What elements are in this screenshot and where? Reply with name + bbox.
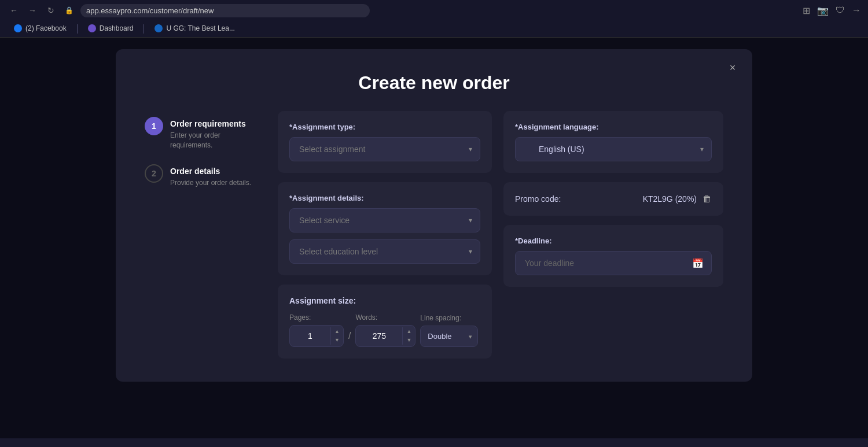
assignment-size-label: Assignment size: [289,296,480,305]
screenshot-icon[interactable]: 📷 [817,5,829,16]
step-1-subtitle: Enter your order requirements. [170,131,260,150]
assignment-type-select-wrapper: Select assignment [289,137,480,161]
service-select[interactable]: Select service [289,208,480,232]
browser-chrome: ← → ↻ 🔒 ⊞ 📷 🛡 → (2) Facebook Dashboard U… [0,0,868,38]
words-up-button[interactable]: ▲ [403,327,415,336]
form-left: *Assignment type: Select assignment *Ass… [278,111,492,359]
create-order-modal: × Create new order 1 Order requirements … [116,49,752,382]
promo-code-value: KT2L9G (20%) 🗑 [643,194,712,204]
step-2-number: 2 [152,169,156,178]
assignment-language-label: *Assignment language: [515,123,712,131]
assignment-type-label: *Assignment type: [289,123,480,131]
promo-code-section: Promo code: KT2L9G (20%) 🗑 [503,182,723,216]
line-spacing-field: Line spacing: Double Single 1.5 [420,314,478,347]
tab-divider-1 [77,24,78,34]
size-row: Pages: ▲ ▼ / [289,313,480,347]
step-1-number: 1 [152,121,156,131]
close-button[interactable]: × [724,60,741,76]
tab-dashboard[interactable]: Dashboard [81,21,141,37]
promo-code-text: KT2L9G (20%) [643,194,697,204]
deadline-input-wrapper: 📅 [515,251,712,275]
step-1-item: 1 Order requirements Enter your order re… [145,117,260,150]
refresh-button[interactable]: ↻ [44,3,58,17]
education-select[interactable]: Select education level [289,239,480,264]
words-field: Words: ▲ ▼ [355,313,415,347]
main-background: × Create new order 1 Order requirements … [0,38,868,438]
pages-down-button[interactable]: ▼ [331,336,343,345]
form-right: *Assignment language: 🇺🇸 English (US) En… [503,111,723,359]
tab-facebook-label: (2) Facebook [25,24,67,32]
service-select-wrapper: Select service [289,208,480,232]
words-label: Words: [355,313,415,322]
assignment-details-section: *Assignment details: Select service Sele… [278,182,492,275]
step-1-circle: 1 [145,117,163,135]
words-down-button[interactable]: ▼ [403,336,415,345]
browser-tabs: (2) Facebook Dashboard U GG: The Best Le… [0,21,868,37]
step-2-subtitle: Provide your order details. [170,178,251,188]
tab-ug-label: U GG: The Best Lea... [166,24,235,32]
promo-delete-button[interactable]: 🗑 [703,194,712,204]
tab-divider-2 [144,24,144,34]
step-2-info: Order details Provide your order details… [170,164,251,188]
deadline-label: *Deadline: [515,237,712,245]
assignment-language-section: *Assignment language: 🇺🇸 English (US) En… [503,111,723,173]
words-spinner: ▲ ▼ [402,327,415,345]
line-spacing-label: Line spacing: [420,314,478,322]
shield-icon[interactable]: 🛡 [836,5,845,16]
tab-ug[interactable]: U GG: The Best Lea... [148,21,242,37]
promo-row: Promo code: KT2L9G (20%) 🗑 [515,194,712,204]
address-bar[interactable] [80,4,370,17]
modal-overlay: × Create new order 1 Order requirements … [0,38,868,438]
step-1-title: Order requirements [170,119,260,128]
deadline-section: *Deadline: 📅 [503,225,723,287]
assignment-size-section: Assignment size: Pages: ▲ ▼ [278,285,492,359]
menu-icon[interactable]: → [852,5,861,16]
assignment-type-select[interactable]: Select assignment [289,137,480,161]
stepper: 1 Order requirements Enter your order re… [145,111,260,359]
modal-body: 1 Order requirements Enter your order re… [145,111,723,359]
facebook-tab-icon [14,24,22,32]
pages-field: Pages: ▲ ▼ [289,313,344,347]
step-1-info: Order requirements Enter your order requ… [170,117,260,150]
language-select-wrapper: 🇺🇸 English (US) English (UK) ▾ [515,137,712,161]
promo-code-label: Promo code: [515,194,561,204]
step-2-circle: 2 [145,164,163,183]
line-spacing-select-wrapper: Double Single 1.5 [420,326,478,347]
form-area: *Assignment type: Select assignment *Ass… [278,111,723,359]
assignment-type-section: *Assignment type: Select assignment [278,111,492,173]
ug-tab-icon [155,24,163,32]
pages-label: Pages: [289,313,344,322]
modal-title: Create new order [145,72,723,94]
line-spacing-select[interactable]: Double Single 1.5 [420,326,478,347]
words-input[interactable] [356,326,402,346]
pages-spinner: ▲ ▼ [330,327,343,345]
back-button[interactable]: ← [7,3,21,17]
deadline-input[interactable] [515,251,712,275]
forward-button[interactable]: → [25,3,39,17]
education-select-wrapper: Select education level [289,239,480,264]
assignment-details-label: *Assignment details: [289,194,480,202]
tab-facebook[interactable]: (2) Facebook [7,21,73,37]
slash-divider: / [348,331,351,347]
browser-nav: ← → ↻ 🔒 ⊞ 📷 🛡 → [0,0,868,21]
pages-input[interactable] [290,326,330,346]
pages-up-button[interactable]: ▲ [331,327,343,336]
pages-input-wrapper: ▲ ▼ [289,325,344,347]
words-input-wrapper: ▲ ▼ [355,325,415,347]
dashboard-tab-icon [88,24,96,32]
step-2-title: Order details [170,167,251,176]
bookmark-icon[interactable]: ⊞ [803,5,810,16]
step-2-item: 2 Order details Provide your order detai… [145,164,260,188]
lock-icon: 🔒 [65,6,73,14]
browser-actions: ⊞ 📷 🛡 → [803,5,861,16]
tab-dashboard-label: Dashboard [100,24,134,32]
language-select[interactable]: English (US) English (UK) [515,137,712,161]
